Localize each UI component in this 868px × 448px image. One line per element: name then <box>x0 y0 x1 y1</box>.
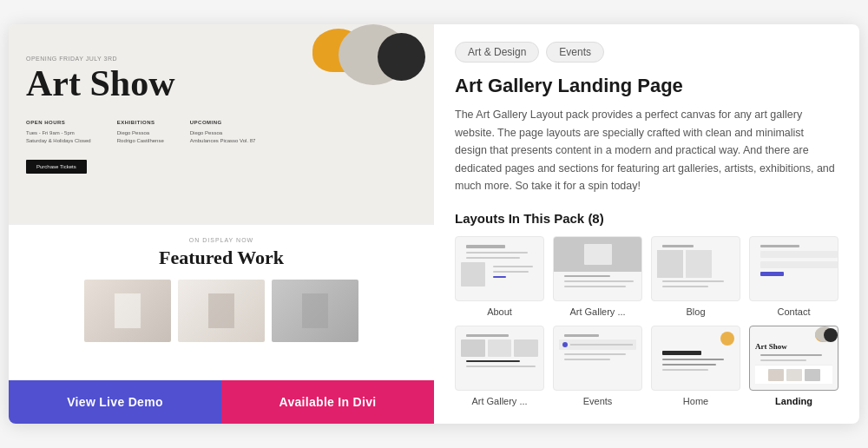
tag-art-design[interactable]: Art & Design <box>455 42 539 63</box>
layout-label-about: About <box>455 306 544 317</box>
purchase-tickets-button[interactable]: Purchase Tickets <box>26 160 87 174</box>
layout-item-contact[interactable]: Contact <box>749 236 838 317</box>
layout-label-artgallery2: Art Gallery ... <box>455 396 544 406</box>
layouts-heading: Layouts In This Pack (8) <box>455 211 838 226</box>
layout-label-contact: Contact <box>749 306 838 317</box>
layout-item-artgallery2[interactable]: Art Gallery ... <box>455 326 544 406</box>
featured-thumbnails <box>23 280 420 342</box>
layout-item-landing[interactable]: Art Show Landing <box>749 326 838 406</box>
upcoming-col: UPCOMING Diego PessoaAmbulances Picasso … <box>190 119 256 146</box>
right-panel: Art & Design Events Art Gallery Landing … <box>434 24 859 424</box>
featured-thumb-3 <box>272 280 358 342</box>
available-in-divi-button[interactable]: Available In Divi <box>221 380 434 424</box>
view-live-demo-button[interactable]: View Live Demo <box>9 380 221 424</box>
open-hours-text: Tues - Fri 9am - 5pmSaturday & Holidays … <box>26 129 91 146</box>
layout-label-blog: Blog <box>651 306 740 317</box>
layout-thumb-events <box>553 326 642 391</box>
featured-thumb-1 <box>84 280 171 342</box>
layout-thumb-artgallery2 <box>455 326 544 391</box>
art-show-info: OPEN HOURS Tues - Fri 9am - 5pmSaturday … <box>26 119 417 146</box>
layout-thumb-home <box>651 326 740 391</box>
layout-label-landing: Landing <box>749 396 838 406</box>
layout-label-home: Home <box>651 396 740 406</box>
tag-events[interactable]: Events <box>546 42 604 63</box>
opening-text: OPENING FRIDAY JULY 3RD <box>26 56 417 62</box>
left-panel: OPENING FRIDAY JULY 3RD Art Show OPEN HO… <box>9 24 434 424</box>
layout-item-artgallery[interactable]: Art Gallery ... <box>553 236 642 317</box>
art-show-content: OPENING FRIDAY JULY 3RD Art Show OPEN HO… <box>26 38 417 174</box>
layout-thumb-artgallery <box>553 236 642 301</box>
featured-work-title: Featured Work <box>23 247 420 269</box>
layout-thumb-landing: Art Show <box>749 326 838 391</box>
layout-thumb-blog <box>651 236 740 301</box>
layout-label-events: Events <box>553 396 642 406</box>
exhibitions-col: EXHIBITIONS Diego PessoaRodrigo Castilhe… <box>117 119 164 146</box>
open-hours-col: OPEN HOURS Tues - Fri 9am - 5pmSaturday … <box>26 119 91 146</box>
layouts-grid: About Art Gallery <box>455 236 838 406</box>
on-display-label: ON DISPLAY NOW <box>23 237 420 243</box>
layout-item-about[interactable]: About <box>455 236 544 317</box>
layout-item-home[interactable]: Home <box>651 326 740 406</box>
description: The Art Gallery Layout pack provides a p… <box>455 106 838 195</box>
art-show-title: Art Show <box>26 65 417 102</box>
layout-item-events[interactable]: Events <box>553 326 642 406</box>
open-hours-label: OPEN HOURS <box>26 119 91 128</box>
tags-container: Art & Design Events <box>455 42 838 63</box>
upcoming-label: UPCOMING <box>190 119 256 128</box>
layout-thumb-about <box>455 236 544 301</box>
main-container: OPENING FRIDAY JULY 3RD Art Show OPEN HO… <box>9 24 859 424</box>
layout-thumb-contact <box>749 236 838 301</box>
featured-work-section: ON DISPLAY NOW Featured Work <box>9 224 434 380</box>
bottom-buttons: View Live Demo Available In Divi <box>9 380 434 424</box>
featured-thumb-2 <box>178 280 265 342</box>
exhibitions-text: Diego PessoaRodrigo Castilhense <box>117 129 164 146</box>
layout-item-blog[interactable]: Blog <box>651 236 740 317</box>
exhibitions-label: EXHIBITIONS <box>117 119 164 128</box>
page-title: Art Gallery Landing Page <box>455 75 838 97</box>
layout-label-artgallery: Art Gallery ... <box>553 306 642 317</box>
upcoming-text: Diego PessoaAmbulances Picasso Vol. 87 <box>190 129 256 146</box>
art-show-preview: OPENING FRIDAY JULY 3RD Art Show OPEN HO… <box>9 24 434 224</box>
